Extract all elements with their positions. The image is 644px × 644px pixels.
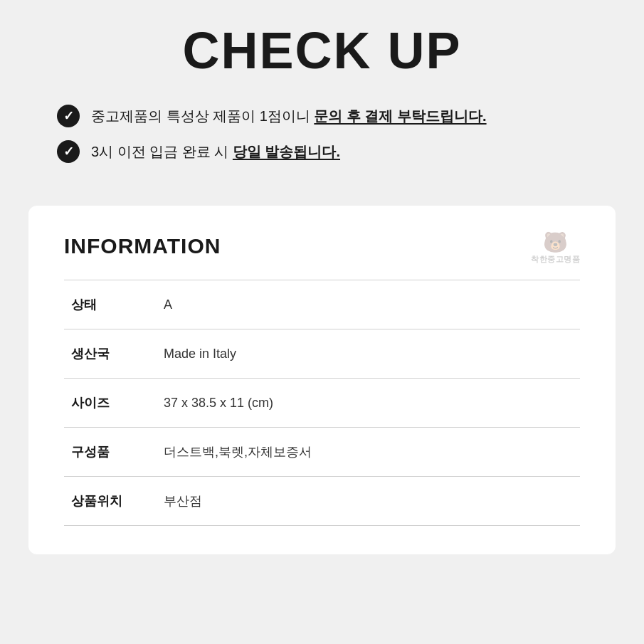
table-value-2: 37 x 38.5 x 11 (cm)	[157, 379, 580, 428]
check-icon-2	[57, 140, 80, 163]
information-table-body: 상태A생산국Made in Italy사이즈37 x 38.5 x 11 (cm…	[64, 280, 580, 526]
table-value-0: A	[157, 280, 580, 329]
information-section: INFORMATION 🐻 착한중고명품 상태A생산국Made in Italy…	[28, 206, 616, 554]
table-row: 상태A	[64, 280, 580, 329]
checklist-item-2: 3시 이전 입금 완료 시 당일 발송됩니다.	[57, 140, 601, 163]
watermark-text: 착한중고명품	[531, 254, 580, 265]
table-label-4: 상품위치	[64, 477, 157, 526]
check-icon-1	[57, 105, 80, 127]
table-value-3: 더스트백,북렛,자체보증서	[157, 428, 580, 477]
table-row: 사이즈37 x 38.5 x 11 (cm)	[64, 379, 580, 428]
checklist-item-1: 중고제품의 특성상 제품이 1점이니 문의 후 결제 부탁드립니다.	[57, 105, 601, 127]
table-label-2: 사이즈	[64, 379, 157, 428]
checklist-bold-1: 문의 후 결제 부탁드립니다.	[314, 108, 486, 124]
watermark: 🐻 착한중고명품	[531, 233, 580, 265]
checklist: 중고제품의 특성상 제품이 1점이니 문의 후 결제 부탁드립니다. 3시 이전…	[43, 105, 601, 163]
table-row: 구성품더스트백,북렛,자체보증서	[64, 428, 580, 477]
table-label-3: 구성품	[64, 428, 157, 477]
table-row: 상품위치부산점	[64, 477, 580, 526]
information-title: INFORMATION	[64, 234, 580, 258]
table-value-4: 부산점	[157, 477, 580, 526]
table-label-0: 상태	[64, 280, 157, 329]
page-title: CHECK UP	[43, 21, 601, 80]
top-section: CHECK UP 중고제품의 특성상 제품이 1점이니 문의 후 결제 부탁드립…	[0, 0, 644, 191]
table-value-1: Made in Italy	[157, 329, 580, 379]
table-label-1: 생산국	[64, 329, 157, 379]
checklist-text-2: 3시 이전 입금 완료 시 당일 발송됩니다.	[91, 141, 340, 162]
table-row: 생산국Made in Italy	[64, 329, 580, 379]
watermark-bear-icon: 🐻	[543, 233, 568, 253]
information-table: 상태A생산국Made in Italy사이즈37 x 38.5 x 11 (cm…	[64, 280, 580, 526]
checklist-bold-2: 당일 발송됩니다.	[233, 144, 340, 159]
checklist-text-1: 중고제품의 특성상 제품이 1점이니 문의 후 결제 부탁드립니다.	[91, 105, 487, 127]
